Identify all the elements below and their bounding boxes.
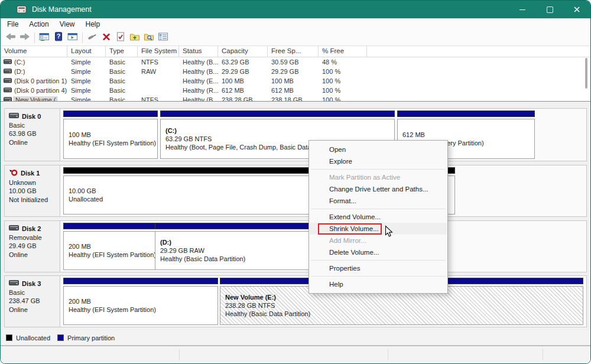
toolbar-help-button[interactable]: ? (51, 31, 66, 44)
toolbar-rescan-button[interactable] (85, 31, 99, 44)
cell-free: 238.18 GB (268, 96, 319, 102)
partition-body[interactable]: 100 MBHealthy (EFI System Partition) (63, 119, 158, 159)
context-menu-item-explore[interactable]: Explore (310, 155, 447, 167)
cell-layout: Simple (67, 77, 106, 84)
context-menu-item-change-drive-letter-and-paths[interactable]: Change Drive Letter and Paths... (310, 183, 447, 195)
disk-name-text: Disk 3 (22, 280, 41, 287)
disk-name: Disk 0 (9, 112, 58, 120)
disk-label-disk-0[interactable]: Disk 0Basic63.98 GBOnline (5, 109, 60, 161)
volume-table-body: (C:)SimpleBasicNTFSHealthy (B...63.29 GB… (1, 57, 590, 102)
disk-info-line: 238.47 GB (9, 297, 58, 304)
volume-list-pane: VolumeLayoutTypeFile SystemStatusCapacit… (1, 46, 590, 102)
context-menu-item-open[interactable]: Open (310, 144, 447, 155)
disk-label-disk-1[interactable]: Disk 1Unknown10.00 GBNot Initialized (5, 165, 60, 216)
context-menu-item-delete-volume[interactable]: Delete Volume... (310, 246, 447, 258)
cell-type: Basic (106, 77, 138, 84)
table-scrollbar[interactable] (583, 58, 589, 99)
toolbar-back-button[interactable] (4, 31, 18, 44)
toolbar-check-document-button[interactable] (113, 31, 128, 44)
table-row[interactable]: New Volume (SimpleBasicNTFSHealthy (B...… (1, 95, 590, 102)
volume-name: (C:) (14, 58, 25, 66)
toolbar-action-pane-button[interactable] (66, 31, 80, 44)
toolbar-separator (82, 32, 83, 43)
cell-volume: (D:) (1, 68, 67, 75)
context-menu-item-shrink-volume[interactable]: Shrink Volume... (310, 223, 447, 235)
statusbar-divider (543, 349, 543, 360)
table-row[interactable]: (Disk 0 partition 1)SimpleBasicHealthy (… (1, 76, 590, 86)
column-header-layout[interactable]: Layout (67, 46, 106, 57)
column-header-free-sp[interactable]: Free Sp... (268, 46, 319, 57)
context-menu-item-help[interactable]: Help (310, 278, 447, 290)
toolbar-folder-search-button[interactable] (142, 31, 156, 44)
statusbar-divider (388, 349, 388, 360)
partition-line: Healthy (EFI System Partition) (69, 306, 217, 314)
cell-volume: New Volume ( (1, 96, 67, 102)
column-header-capacity[interactable]: Capacity (218, 46, 268, 57)
partition-line: 238.28 GB NTFS (225, 301, 583, 310)
maximize-button[interactable] (536, 1, 563, 18)
toolbar-delete-button[interactable] (99, 31, 113, 44)
column-header-free[interactable]: % Free (319, 46, 367, 57)
partition-legend: UnallocatedPrimary partition (1, 330, 590, 346)
cell-capacity: 238.28 GB (218, 96, 268, 102)
disk-name: Disk 2 (9, 225, 58, 232)
partition-body[interactable]: 200 MBHealthy (EFI System Partition) (63, 286, 218, 325)
context-menu-item-mark-partition-as-active: Mark Partition as Active (310, 171, 447, 183)
pane-splitter[interactable] (1, 102, 590, 106)
cell-volume: (Disk 0 partition 1) (1, 77, 67, 84)
window-title: Disk Management (32, 5, 92, 14)
menu-action[interactable]: Action (24, 20, 54, 28)
toolbar-forward-button[interactable] (18, 31, 32, 44)
table-row[interactable]: (D:)SimpleBasicRAWHealthy (B...29.29 GB2… (1, 67, 590, 76)
partition-healthy-efi-system-partition[interactable]: 100 MBHealthy (EFI System Partition) (63, 110, 158, 159)
table-row[interactable]: (C:)SimpleBasicNTFSHealthy (B...63.29 GB… (1, 57, 590, 67)
titlebar[interactable]: Disk Management × (1, 1, 590, 18)
column-header-type[interactable]: Type (106, 46, 138, 57)
menu-bar: FileActionViewHelp (1, 18, 590, 30)
partition-line: Healthy (Basic Data Partition) (225, 310, 583, 318)
table-row[interactable]: (Disk 0 partition 4)SimpleBasicHealthy (… (1, 86, 590, 95)
partition-line: 612 MB (402, 131, 534, 139)
cell-status: Healthy (R... (179, 87, 218, 94)
partition-healthy-efi-system-partition[interactable]: 200 MBHealthy (EFI System Partition) (63, 278, 218, 325)
volume-table-header: VolumeLayoutTypeFile SystemStatusCapacit… (1, 46, 590, 57)
disk-info-line: Basic (9, 289, 58, 296)
toolbar-separator (34, 32, 35, 43)
cell-capacity: 63.29 GB (218, 58, 268, 66)
context-menu-item-properties[interactable]: Properties (310, 262, 447, 274)
scrollbar-thumb[interactable] (585, 58, 587, 89)
column-header-filler (367, 46, 590, 57)
forward-icon (20, 32, 30, 44)
disk-label-disk-2[interactable]: Disk 2Removable29.49 GBOnline (5, 221, 60, 272)
legend-item-unallocated: Unallocated (6, 334, 50, 342)
cell-free: 30.59 GB (268, 58, 319, 66)
minimize-button[interactable] (509, 1, 536, 18)
disk-drive-icon (9, 112, 19, 120)
disk-label-disk-3[interactable]: Disk 3Basic238.47 GBOnline (5, 276, 60, 327)
context-menu: OpenExploreMark Partition as ActiveChang… (309, 140, 448, 294)
menu-separator (311, 260, 446, 261)
disk-row-disk-1: Disk 1Unknown10.00 GBNot Initialized10.0… (4, 165, 587, 217)
toolbar-folder-export-button[interactable] (128, 31, 142, 44)
close-button[interactable]: × (563, 1, 590, 18)
legend-label: Primary partition (67, 334, 115, 342)
disk-info-line: Basic (9, 122, 58, 129)
maximize-icon (547, 6, 553, 13)
toolbar-console-tree-button[interactable] (37, 31, 51, 44)
context-menu-item-format[interactable]: Format... (310, 195, 447, 207)
menu-separator (311, 209, 446, 209)
column-header-volume[interactable]: Volume (1, 46, 67, 57)
context-menu-item-extend-volume[interactable]: Extend Volume... (310, 211, 447, 223)
cell-free: 100 MB (268, 77, 319, 84)
menu-help[interactable]: Help (80, 20, 106, 28)
column-header-status[interactable]: Status (179, 46, 218, 57)
volume-icon (4, 77, 12, 84)
menu-view[interactable]: View (54, 20, 80, 28)
menu-file[interactable]: File (2, 20, 24, 28)
partition-title: New Volume (E:) (225, 293, 583, 301)
partition-color-band (63, 110, 158, 117)
column-header-file-system[interactable]: File System (138, 46, 179, 57)
properties-icon (158, 32, 168, 44)
cell-volume: (Disk 0 partition 4) (1, 87, 67, 94)
toolbar-properties-button[interactable] (156, 31, 170, 44)
